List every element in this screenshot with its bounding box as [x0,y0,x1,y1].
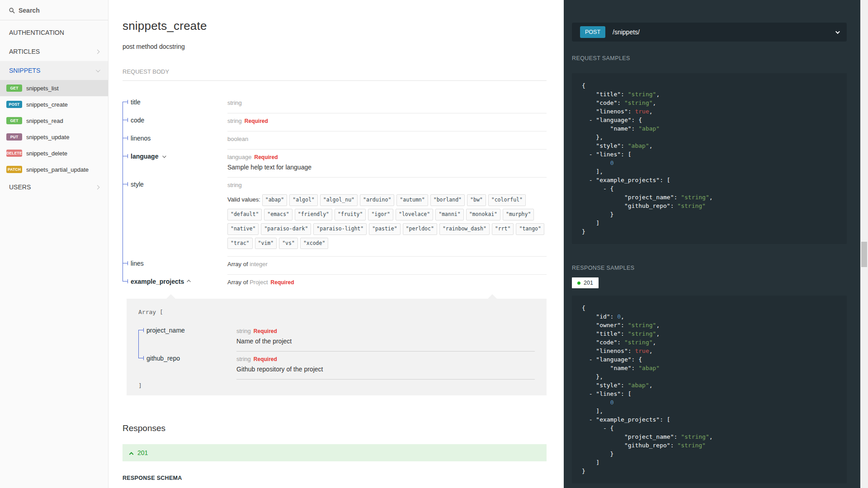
sidebar-item-label: AUTHENTICATION [9,29,64,36]
field-type: string [236,328,251,334]
enum-value-chip: "paraiso-light" [313,223,367,235]
array-schema-box: Array [ project_namestringRequiredName o… [127,299,547,395]
field-name-label: linenos [131,135,151,142]
operation-label: snippets_create [26,101,68,108]
tree-tick-end [127,154,128,158]
tree-line [123,257,123,275]
enum-value-chip: "perldoc" [403,223,437,235]
response-sample-code: { "id": 0, "owner": "string", "title": "… [572,296,847,483]
array-close-bracket: ] [138,382,535,389]
sidebar-item-snippets_create[interactable]: POSTsnippets_create [0,96,108,113]
array-item-fields: project_namestringRequiredName of the pr… [138,324,535,380]
field-name-code: code [123,113,227,131]
response-tab-201[interactable]: 201 [572,277,599,288]
response-201-toggle[interactable]: 201 [123,444,547,461]
code-line: { [582,81,837,90]
code-line: "code": "string", [582,338,837,347]
field-name-label: project_name [146,327,185,334]
field-name-language[interactable]: language [123,150,227,178]
field-detail-title: string [227,95,547,113]
field-detail-language: languageRequiredSample help text for lan… [227,150,547,178]
enum-value-chip: "vim" [255,238,277,249]
code-line: "project_name": "string", [582,432,837,441]
request-sample-code: { "title": "string", "code": "string", "… [572,73,847,244]
field-detail-style: stringValid values:"abap""algol""algol_n… [227,178,547,257]
code-line: "github_repo": "string" [582,202,837,210]
sidebar-item-snippets_update[interactable]: PUTsnippets_update [0,129,108,145]
sidebar-item-snippets_partial_update[interactable]: PATCHsnippets_partial_update [0,161,108,178]
endpoint-selector[interactable]: POST /snippets/ [572,23,847,42]
field-detail-linenos: boolean [227,131,547,150]
tree-tick [123,102,127,102]
tree-tick-end [127,279,128,283]
field-name-label: style [131,181,144,188]
code-line: } [582,210,837,219]
type-prefix: Array of [227,279,250,286]
enum-value-chip: "autumn" [396,194,428,206]
sidebar-item-snippets_list[interactable]: GETsnippets_list [0,80,108,96]
code-line: - "lines": [ [582,389,837,398]
code-line: "project_name": "string", [582,193,837,202]
field-row-code: codestringRequired [123,113,547,131]
chevron-right-icon [95,49,100,54]
tree-tick [123,281,127,282]
sidebar-item-users[interactable]: USERS [0,178,108,197]
chevron-up-icon [187,280,191,284]
method-badge-put: PUT [6,133,22,141]
tree-tick-end [127,118,128,122]
search-box[interactable] [0,0,108,20]
field-type: string [227,182,242,188]
operation-label: snippets_update [26,134,69,141]
tree-tick [138,330,143,330]
operation-label: snippets_read [26,117,63,124]
field-name-example_projects[interactable]: example_projects [123,275,227,292]
code-line: - "language": { [582,116,837,124]
field-name-label: code [131,117,144,124]
sidebar-item-articles[interactable]: ARTICLES [0,42,108,61]
box-notch-left [166,294,175,299]
valid-values-label: Valid values: [227,196,260,203]
field-detail-example_projects: Array of ProjectRequired [227,275,547,292]
code-line: } [582,227,837,236]
tree-tick-end [127,136,128,140]
field-type: string [227,117,242,124]
field-row-style: stylestringValid values:"abap""algol""al… [123,178,547,257]
enum-value-chip: "algol" [289,194,317,206]
sidebar-item-authentication[interactable]: AUTHENTICATION [0,23,108,42]
sidebar-item-snippets_read[interactable]: GETsnippets_read [0,113,108,129]
response-samples-label: RESPONSE SAMPLES [572,265,847,271]
scrollbar-thumb[interactable] [861,242,867,267]
code-line: }, [582,372,837,381]
chevron-right-icon [95,185,100,189]
field-type-line: stringRequired [236,355,535,363]
method-badge-delete: DELETE [6,150,22,157]
page-scrollbar[interactable] [860,0,868,488]
sidebar-item-snippets_delete[interactable]: DELETEsnippets_delete [0,145,108,161]
enum-value-chip: "xcode" [300,238,328,249]
code-line: "name": "abap" [582,364,837,372]
sidebar-item-label: USERS [9,183,31,191]
search-input[interactable] [19,7,99,14]
request-body-fields: titlestringcodestringRequiredlinenosbool… [123,95,547,292]
code-line: ], [582,167,837,176]
operation-label: snippets_partial_update [26,166,89,173]
tree-tick [123,263,127,263]
code-line: "style": "abap", [582,141,837,150]
code-line: "owner": "string", [582,321,837,329]
valid-values-list: Valid values:"abap""algol""algol_nu""ard… [227,192,547,250]
responses-heading: Responses [123,423,547,433]
enum-value-chip: "borland" [430,194,465,206]
enum-value-chip: "igor" [368,209,393,221]
enum-value-chip: "vs" [279,238,298,249]
sidebar-item-snippets[interactable]: SNIPPETS [0,61,108,80]
code-line: - "example_projects": [ [582,176,837,184]
tree-tick-end [127,182,128,186]
enum-value-chip: "pastie" [369,223,400,235]
field-type-line: string [227,181,547,189]
enum-value-chip: "default" [227,209,262,221]
enum-value-chip: "native" [227,223,259,235]
method-docstring: post method docstring [123,43,547,50]
chevron-down-icon [163,154,166,158]
method-badge-patch: PATCH [6,166,22,173]
method-badge-post: POST [6,101,22,108]
